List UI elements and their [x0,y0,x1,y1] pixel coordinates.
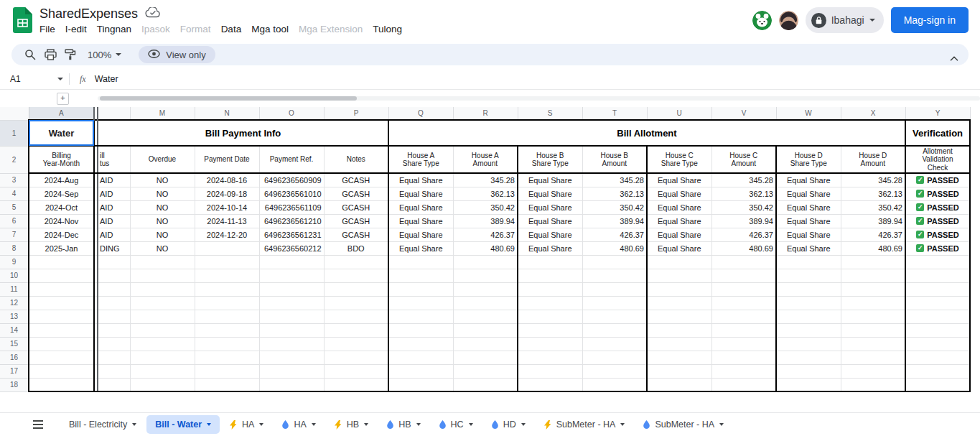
cell[interactable] [259,323,324,337]
cell[interactable] [841,364,905,378]
cell[interactable] [776,269,841,282]
row-header[interactable]: 18 [0,378,29,391]
cell[interactable] [841,351,905,364]
cell[interactable]: Equal Share [518,214,582,228]
cell[interactable]: 6496236561210 [259,214,324,228]
cell[interactable] [195,337,259,351]
cell[interactable]: Equal Share [776,187,841,200]
cell[interactable]: 2024-Nov [29,214,94,228]
merged-header-bill-payment-info[interactable]: Bill Payment Info [98,120,388,146]
scrollbar-thumb[interactable] [100,96,357,101]
cell[interactable] [518,351,582,364]
cell[interactable] [776,310,841,323]
chevron-down-icon[interactable] [312,423,316,426]
row-header[interactable]: 7 [0,228,29,241]
cell[interactable]: 480.69 [453,241,518,255]
column-header[interactable]: X [841,107,905,120]
cell[interactable]: Equal Share [647,228,711,241]
cell[interactable]: 2024-11-13 [195,214,259,228]
cell[interactable] [711,269,776,282]
grid-corner[interactable] [0,107,29,120]
cell[interactable] [130,351,195,364]
cell[interactable]: 2024-Aug [29,173,94,187]
cell[interactable] [518,337,582,351]
cell[interactable]: 362.13 [582,187,647,200]
cell[interactable]: 2024-Oct [29,200,94,214]
cell[interactable]: 389.94 [453,214,518,228]
cell[interactable]: Allotment Validation Check [905,146,970,173]
cell[interactable]: 2024-12-20 [195,228,259,241]
cell[interactable] [98,364,130,378]
chevron-down-icon[interactable] [364,423,368,426]
cell[interactable]: GCASH [324,200,388,214]
row-header[interactable]: 10 [0,269,29,282]
cell[interactable] [388,310,453,323]
paint-format-icon[interactable] [60,45,80,64]
cell[interactable] [195,351,259,364]
cell[interactable]: 2024-09-18 [195,187,259,200]
cell[interactable]: Equal Share [388,228,453,241]
chevron-down-icon[interactable] [207,423,211,426]
cell[interactable] [259,269,324,282]
sheet-tab[interactable]: HB [326,415,377,434]
column-header[interactable]: V [711,107,776,120]
cell[interactable] [324,255,388,269]
cell[interactable] [324,337,388,351]
cell[interactable] [647,323,711,337]
cell[interactable]: Equal Share [776,173,841,187]
cell[interactable] [905,323,970,337]
column-header[interactable]: A [29,107,94,120]
cell[interactable] [905,255,970,269]
cell[interactable]: 6496236560909 [259,173,324,187]
cell[interactable] [711,351,776,364]
cell[interactable] [388,282,453,296]
cell[interactable] [841,323,905,337]
cell[interactable] [518,378,582,391]
cell[interactable] [776,378,841,391]
cell[interactable]: ill tus [98,146,130,173]
cell[interactable] [130,378,195,391]
row-header[interactable]: 2 [0,146,29,173]
column-header[interactable]: T [582,107,647,120]
signin-button[interactable]: Mag-sign in [891,7,969,33]
sheet-tab[interactable]: HB [378,415,429,434]
column-header[interactable]: R [453,107,518,120]
cell[interactable] [324,323,388,337]
cell[interactable] [582,378,647,391]
cell[interactable] [711,337,776,351]
cell[interactable]: ✓PASSED [905,228,970,241]
cell[interactable] [647,337,711,351]
cell[interactable]: GCASH [324,228,388,241]
cell[interactable] [582,282,647,296]
cell[interactable] [453,351,518,364]
cell[interactable]: 2024-10-14 [195,200,259,214]
row-header[interactable]: 5 [0,200,29,214]
cell[interactable]: AID [98,173,130,187]
cell[interactable] [647,364,711,378]
cell[interactable] [453,310,518,323]
cell[interactable] [29,337,94,351]
cell[interactable] [29,282,94,296]
cell[interactable] [711,378,776,391]
horizontal-scrollbar[interactable] [98,96,980,101]
column-header[interactable]: M [130,107,195,120]
avatar-animal[interactable] [752,11,772,30]
header-verification[interactable]: Verification [905,120,970,146]
cell[interactable]: 2024-Dec [29,228,94,241]
cell[interactable] [29,351,94,364]
cell[interactable] [647,378,711,391]
cell[interactable]: 350.42 [582,200,647,214]
cell[interactable] [582,337,647,351]
cell[interactable] [29,378,94,391]
cell[interactable]: GCASH [324,173,388,187]
cell[interactable] [324,296,388,310]
row-header[interactable]: 12 [0,296,29,310]
cell[interactable] [453,296,518,310]
formula-input[interactable]: Water [95,74,118,84]
cell[interactable]: Equal Share [647,187,711,200]
cell[interactable]: 362.13 [453,187,518,200]
cell[interactable] [29,310,94,323]
cell[interactable] [388,351,453,364]
cell[interactable] [195,378,259,391]
cell[interactable] [776,296,841,310]
